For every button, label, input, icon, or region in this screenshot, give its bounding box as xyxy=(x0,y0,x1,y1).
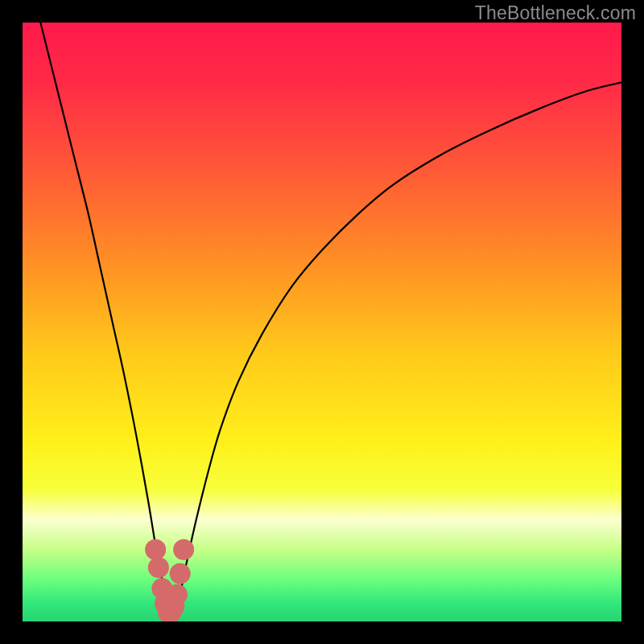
bottleneck-curve-path xyxy=(40,23,621,616)
highlight-point xyxy=(173,539,194,560)
highlight-point xyxy=(167,584,188,605)
highlight-point xyxy=(170,563,191,584)
highlight-point xyxy=(145,539,166,560)
plot-area xyxy=(23,23,621,621)
series-group xyxy=(40,23,621,621)
chart-svg xyxy=(23,23,621,621)
watermark-text: TheBottleneck.com xyxy=(475,2,636,24)
highlight-point xyxy=(148,557,169,578)
chart-frame: TheBottleneck.com xyxy=(0,0,644,644)
